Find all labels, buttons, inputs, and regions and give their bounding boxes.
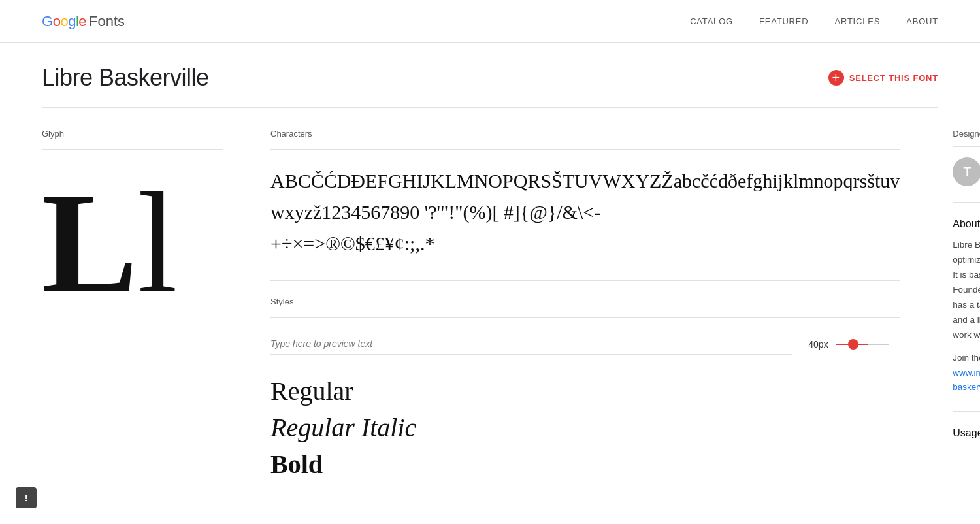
select-font-label: SELECT THIS FONT (849, 73, 938, 83)
info-column: Designer T Impallari Type Principal desi… (926, 129, 980, 483)
usage-section: Usage (953, 412, 980, 439)
styles-section: Styles 40px Regular Regular Italic Bold (270, 297, 900, 483)
font-title: Libre Baskerville (42, 64, 209, 91)
designer-avatar: T (953, 157, 980, 186)
about-body-text: Libre Baskerville is a web font optimize… (953, 238, 980, 343)
characters-display: ABCČĆDÐEFGHIJKLMNOPQRSŠTUVWXYZŽabcčćdðef… (270, 165, 900, 259)
preview-text-input[interactable] (270, 333, 792, 355)
glyph-column: Glyph L l (42, 129, 244, 483)
glyph-lowercase-l: l (138, 178, 178, 308)
nav-about[interactable]: ABOUT (906, 16, 938, 26)
content-grid: Glyph L l Characters ABCČĆDÐEFGHIJKLMNOP… (42, 108, 938, 483)
designer-info: T Impallari Type Principal design (953, 157, 980, 186)
characters-line2: wxyzž1234567890 '?'"!"(%)[ #]{@}/&\<- (270, 197, 900, 228)
header: Google Fonts CATALOG FEATURED ARTICLES A… (0, 0, 980, 43)
characters-styles-column: Characters ABCČĆDÐEFGHIJKLMNOPQRSŠTUVWXY… (244, 129, 926, 483)
characters-section-label: Characters (270, 129, 900, 150)
nav-featured[interactable]: FEATURED (759, 16, 809, 26)
select-font-button[interactable]: + SELECT THIS FONT (828, 70, 938, 86)
designer-section: Designer T Impallari Type Principal desi… (953, 129, 980, 203)
glyph-section-label: Glyph (42, 129, 223, 150)
about-project-link[interactable]: www.impallari.com/projects/overview/libr… (953, 368, 980, 393)
main-nav: CATALOG FEATURED ARTICLES ABOUT (690, 16, 938, 26)
logo[interactable]: Google Fonts (42, 13, 125, 30)
styles-list: Regular Regular Italic Bold (270, 365, 900, 483)
plus-icon: + (828, 70, 844, 86)
usage-title: Usage (953, 427, 980, 439)
about-section: About Libre Baskerville is a web font op… (953, 203, 980, 412)
about-text-1: Libre Baskerville is a web font optimize… (953, 240, 980, 340)
glyph-display: L l (42, 165, 223, 321)
size-control: 40px (808, 339, 900, 350)
styles-section-label: Styles (270, 297, 900, 318)
characters-divider (270, 280, 900, 281)
nav-catalog[interactable]: CATALOG (690, 16, 733, 26)
style-bold: Bold (270, 446, 900, 483)
characters-line3: +÷×=>®©$€£¥¢:;,.* (270, 228, 900, 259)
main-content: Libre Baskerville + SELECT THIS FONT Gly… (0, 43, 980, 483)
styles-preview-header: 40px (270, 333, 900, 355)
nav-articles[interactable]: ARTICLES (834, 16, 880, 26)
google-wordmark: Google (42, 13, 86, 30)
fonts-wordmark: Fonts (89, 13, 125, 30)
size-slider[interactable] (836, 344, 889, 345)
about-join-label: Join the project at (953, 353, 980, 363)
glyph-uppercase-l: L (42, 178, 138, 308)
style-regular: Regular (270, 373, 900, 410)
style-italic: Regular Italic (270, 410, 900, 446)
about-join-text: Join the project at www.impallari.com/pr… (953, 351, 980, 396)
size-value: 40px (808, 339, 828, 350)
about-title: About (953, 218, 980, 230)
designer-section-label: Designer (953, 129, 980, 147)
characters-line1: ABCČĆDÐEFGHIJKLMNOPQRSŠTUVWXYZŽabcčćdðef… (270, 165, 900, 197)
font-title-section: Libre Baskerville + SELECT THIS FONT (42, 43, 938, 108)
